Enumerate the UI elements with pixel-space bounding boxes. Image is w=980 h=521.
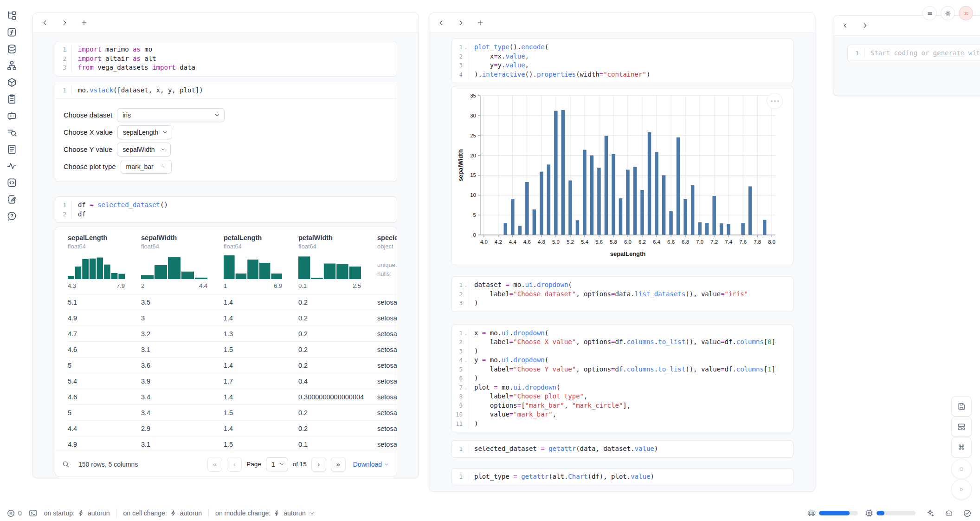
plot-type-cell[interactable]: 1plot_type = getattr(alt.Chart(df), plot… <box>451 468 793 486</box>
scratchpad-icon[interactable] <box>6 194 17 205</box>
bar <box>626 169 630 235</box>
vstack-cell[interactable]: 1mo.vstack([dataset, x, y, plot]) <box>55 82 397 99</box>
chat-bot-icon[interactable] <box>6 111 17 121</box>
table-cell: 0.1 <box>298 441 377 448</box>
table-cell: 4.4 <box>68 425 141 432</box>
next-page-button[interactable]: › <box>311 457 326 472</box>
error-counter[interactable]: 0 <box>6 509 22 518</box>
table-row[interactable]: 4.63.11.50.2setosa <box>68 341 397 357</box>
chart-menu-button[interactable] <box>767 93 783 109</box>
selected-dataset-cell[interactable]: 1selected_dataset = getattr(data, datase… <box>451 440 793 458</box>
on-startup-setting[interactable]: on startup: autorun <box>44 509 110 517</box>
bolt-icon <box>77 509 85 517</box>
page-select[interactable]: 1 <box>266 457 288 471</box>
activity-icon[interactable] <box>6 161 17 171</box>
svg-text:7.2: 7.2 <box>710 239 718 245</box>
table-row[interactable]: 4.42.91.40.2setosa <box>68 420 397 436</box>
table-cell: setosa <box>377 425 397 432</box>
check-circle-icon[interactable] <box>963 509 972 518</box>
document-icon[interactable] <box>6 144 17 155</box>
editor-placeholder: Start coding or generate with <box>864 49 980 58</box>
svg-text:7.0: 7.0 <box>696 239 703 245</box>
run-button[interactable] <box>951 479 972 500</box>
terminal-icon[interactable] <box>28 508 38 518</box>
table-row[interactable]: 4.931.40.2setosa <box>68 310 397 326</box>
line-number: 2 <box>451 290 468 299</box>
prev-cell-button[interactable] <box>437 18 446 27</box>
table-row[interactable]: 5.13.51.40.2setosa <box>68 294 397 310</box>
table-row[interactable]: 4.63.41.40.3000000000000004setosa <box>68 389 397 404</box>
next-cell-button[interactable] <box>456 18 465 27</box>
prev-page-button[interactable]: ‹ <box>227 457 242 472</box>
column-header-sepalWidth[interactable]: sepalWidthfloat6424.4 <box>141 234 224 289</box>
function-icon[interactable] <box>6 27 17 38</box>
menu-button[interactable] <box>922 6 937 20</box>
table-cell: 1.4 <box>224 393 298 401</box>
table-cell: 0.2 <box>298 346 377 353</box>
dataframe-cell[interactable]: 1df = selected_dataset()2df <box>55 196 397 223</box>
first-page-button[interactable]: « <box>207 457 222 472</box>
table-row[interactable]: 5.43.91.70.4setosa <box>68 373 397 389</box>
bar <box>554 111 558 235</box>
plot-cell[interactable]: 1⌄plot_type().encode(2 x=x.value,3 y=y.v… <box>451 39 793 83</box>
sparkles-icon[interactable] <box>926 508 935 518</box>
prev-cell-button[interactable] <box>40 18 50 27</box>
table-cell: 5.1 <box>68 299 141 306</box>
logs-search-icon[interactable] <box>6 127 17 138</box>
search-icon[interactable] <box>62 460 70 469</box>
choose-plot-type-select[interactable]: mark_bar <box>121 160 172 174</box>
bar-chart[interactable]: 4.04.24.44.64.85.05.25.45.65.86.06.26.46… <box>455 89 793 264</box>
svg-text:35: 35 <box>470 93 476 98</box>
settings-button[interactable] <box>941 6 955 20</box>
stop-button[interactable] <box>951 459 972 479</box>
code-line: 4).interactive().properties(width="conta… <box>451 70 793 79</box>
help-icon[interactable] <box>6 211 17 221</box>
table-row[interactable]: 4.73.21.30.2setosa <box>68 326 397 341</box>
code-snippet-icon[interactable] <box>6 177 17 188</box>
column-header-species[interactable]: speciesobjectunique:nulls: <box>377 234 397 289</box>
chart-output[interactable]: 4.04.24.44.64.85.05.25.45.65.86.06.26.46… <box>451 86 793 265</box>
dependency-graph-icon[interactable] <box>6 60 17 71</box>
table-row[interactable]: 4.93.11.50.1setosa <box>68 436 397 452</box>
database-icon[interactable] <box>6 44 17 54</box>
save-button[interactable] <box>951 396 972 417</box>
dataset-dropdown-cell[interactable]: 1⌄dataset = mo.ui.dropdown(2 label="Choo… <box>451 276 793 312</box>
chevron-down-icon <box>279 461 285 467</box>
last-page-button[interactable]: » <box>331 457 346 472</box>
line-number: 5 <box>451 365 468 374</box>
left-column-header <box>33 13 419 33</box>
column-header-petalLength[interactable]: petalLengthfloat6416.9 <box>224 234 298 289</box>
choose-y-value-select[interactable]: sepalWidth <box>117 143 171 156</box>
assistant-icon[interactable] <box>944 508 954 518</box>
scratch-panel-header <box>833 16 980 36</box>
close-button[interactable] <box>959 6 973 20</box>
package-icon[interactable] <box>6 77 17 88</box>
column-header-sepalLength[interactable]: sepalLengthfloat644.37.9 <box>68 234 141 289</box>
xy-plot-dropdowns-cell[interactable]: 1⌄x = mo.ui.dropdown(2 label="Choose X v… <box>451 325 793 433</box>
ram-usage[interactable] <box>807 508 858 518</box>
on-cell-change-setting[interactable]: on cell change: autorun <box>123 509 202 517</box>
cpu-usage[interactable] <box>864 508 916 518</box>
on-module-change-setting[interactable]: on module change: autorun <box>215 509 315 517</box>
file-tree-icon[interactable] <box>6 10 17 21</box>
prev-cell-button[interactable] <box>841 21 850 30</box>
bar <box>633 167 637 235</box>
choose-x-value-select[interactable]: sepalLength <box>117 125 172 139</box>
next-cell-button[interactable] <box>860 21 870 30</box>
add-cell-button[interactable] <box>476 18 485 27</box>
command-palette-button[interactable] <box>951 437 972 457</box>
empty-code-cell[interactable]: 1 Start coding or generate with <box>847 45 980 62</box>
code-line: 1plot_type = getattr(alt.Chart(df), plot… <box>451 472 793 482</box>
svg-text:4.6: 4.6 <box>523 239 531 245</box>
table-row[interactable]: 53.61.40.2setosa <box>68 357 397 373</box>
add-cell-button[interactable] <box>79 18 89 27</box>
column-header-petalWidth[interactable]: petalWidthfloat640.12.5 <box>298 234 377 289</box>
choose-dataset-select[interactable]: iris <box>117 108 225 122</box>
download-link[interactable]: Download <box>353 461 389 468</box>
layout-button[interactable] <box>951 417 972 437</box>
notepad-icon[interactable] <box>6 94 17 104</box>
generate-link[interactable]: generate <box>933 49 964 57</box>
next-cell-button[interactable] <box>60 18 69 27</box>
imports-cell[interactable]: 1import marimo as mo2import altair as al… <box>55 41 397 77</box>
table-row[interactable]: 53.41.50.2setosa <box>68 404 397 420</box>
